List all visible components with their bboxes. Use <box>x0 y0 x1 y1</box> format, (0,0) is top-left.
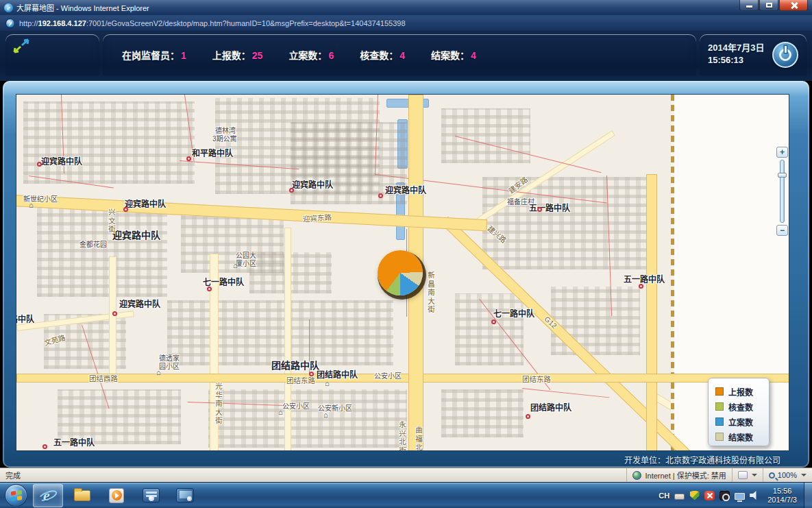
header-stat: 上报数：25 <box>212 48 263 62</box>
window-title: 大屏幕地图 - Windows Internet Explorer <box>16 2 149 13</box>
taskbar-item-media-player[interactable] <box>101 484 132 507</box>
zoom-level-text: 100% <box>778 471 797 479</box>
house-icon: ⌂ <box>323 411 328 418</box>
language-indicator[interactable]: CH <box>659 492 669 500</box>
legend-label: 上报数 <box>728 386 753 398</box>
legend-item: 立案数 <box>715 414 769 429</box>
network-display-icon[interactable] <box>735 493 745 500</box>
speaker-icon[interactable] <box>750 491 760 500</box>
taskbar-item-file-explorer[interactable] <box>67 484 97 507</box>
map-label: 迎宾路中队 <box>385 184 426 195</box>
close-button[interactable] <box>779 0 808 11</box>
utility-tray-icon[interactable] <box>719 491 730 500</box>
map-label: 五一路中队 <box>624 273 665 285</box>
legend-item: 上报数 <box>715 384 769 399</box>
clock-date: 2014/7/3 <box>767 496 797 505</box>
taskbar-item-system-app[interactable] <box>170 484 200 507</box>
minimize-icon <box>746 5 752 8</box>
map-label: 迎宾东路 <box>303 212 332 224</box>
building-blocks <box>441 389 524 437</box>
map-road <box>16 374 789 383</box>
poi-marker[interactable] <box>186 156 191 161</box>
map-label: 团结东路 <box>522 374 551 384</box>
status-text: 完成 <box>5 470 626 481</box>
chevron-down-icon <box>752 474 757 476</box>
taskbar-clock[interactable]: 15:56 2014/7/3 <box>767 487 797 505</box>
poi-marker[interactable] <box>491 319 496 324</box>
protected-mode-dropdown[interactable] <box>732 468 763 482</box>
poi-marker[interactable] <box>289 188 294 193</box>
map-label: 五一路中队 <box>16 313 34 324</box>
poi-marker[interactable] <box>639 284 643 289</box>
maximize-button[interactable] <box>759 0 778 11</box>
internet-zone-icon <box>632 471 641 480</box>
map-viewport[interactable]: + − 上报数核查数立案数结案数 迎宾路中队和平路中队德林湾3期公寓新世纪小区迎… <box>16 94 789 451</box>
zoom-out-button[interactable]: − <box>776 225 788 236</box>
security-shield-icon[interactable] <box>689 491 700 500</box>
map-label: 新昌南大街 <box>426 271 436 315</box>
map-label: 五一路中队 <box>53 436 95 448</box>
poi-marker[interactable] <box>526 414 530 419</box>
zoom-slider-track[interactable] <box>780 160 785 223</box>
minimize-button[interactable] <box>739 0 759 11</box>
poi-marker[interactable] <box>378 193 383 198</box>
map-label: 五一路中队 <box>529 202 570 213</box>
header-stat: 在岗监督员：1 <box>122 48 186 62</box>
house-icon: ⌂ <box>156 369 161 376</box>
map-label: 园小区 <box>159 361 180 371</box>
map-label: 迎宾路中队 <box>41 155 82 167</box>
power-button[interactable] <box>772 42 798 68</box>
url-rest: :7001/eGovaScreenV2/desktop/map.htm?huma… <box>86 19 406 27</box>
poi-marker[interactable] <box>123 207 128 212</box>
map-label: 厦小区 <box>236 258 256 268</box>
poi-marker[interactable] <box>42 444 47 449</box>
poi-marker[interactable] <box>537 207 542 212</box>
case-stats-pie-chart[interactable] <box>378 250 423 295</box>
poi-marker[interactable] <box>112 311 117 316</box>
legend-swatch <box>715 433 724 441</box>
legend-label: 立案数 <box>728 416 753 428</box>
taskbar-item-control-app[interactable] <box>136 484 166 507</box>
map-label: 迎宾路中队 <box>112 228 160 241</box>
status-bar: 完成 Internet | 保护模式: 禁用 100% <box>0 468 812 482</box>
poi-marker[interactable] <box>37 162 42 167</box>
show-desktop-button[interactable] <box>804 483 812 508</box>
media-player-icon <box>109 488 124 503</box>
url-field[interactable]: http://192.168.4.127:7001/eGovaScreenV2/… <box>19 19 406 27</box>
map-label: 迎宾路中队 <box>125 197 166 209</box>
chevron-down-icon <box>801 474 807 476</box>
window-titlebar: e 大屏幕地图 - Windows Internet Explorer <box>0 0 812 15</box>
building-blocks <box>208 389 407 448</box>
map-label: 金都花园 <box>79 239 107 249</box>
map-label: 公安小区 <box>374 370 402 380</box>
url-prefix: http:// <box>19 19 38 27</box>
zoom-level-dropdown[interactable]: 100% <box>763 468 812 482</box>
start-button[interactable] <box>5 484 27 507</box>
zoom-slider-handle[interactable] <box>778 173 787 178</box>
header-stat: 结案数：4 <box>431 48 476 62</box>
map-road <box>109 256 116 376</box>
legend-label: 核查数 <box>728 401 753 413</box>
windows-logo-icon <box>11 490 22 501</box>
page-icon <box>738 471 748 479</box>
address-bar: http://192.168.4.127:7001/eGovaScreenV2/… <box>0 15 812 31</box>
header-date: 2014年7月3日 <box>708 42 764 54</box>
house-icon: ⌂ <box>233 262 238 269</box>
zoom-in-button[interactable]: + <box>776 147 788 158</box>
folder-icon <box>74 490 90 501</box>
developer-credit: 开发单位：北京数字政通科技股份有限公司 <box>624 454 780 465</box>
poi-marker[interactable] <box>309 372 314 376</box>
map-frame-panel: + − 上报数核查数立案数结案数 迎宾路中队和平路中队德林湾3期公寓新世纪小区迎… <box>3 81 809 468</box>
poi-marker[interactable] <box>207 287 212 291</box>
legend-label: 结案数 <box>728 431 753 443</box>
stats-row: 在岗监督员：1上报数：25立案数：6核查数：4结案数：4 <box>103 34 696 75</box>
house-icon: ⌂ <box>325 380 330 387</box>
alert-x-icon[interactable] <box>704 491 715 500</box>
map-label: 团结西路 <box>89 373 118 383</box>
security-zone: Internet | 保护模式: 禁用 <box>626 468 731 482</box>
keyboard-icon[interactable] <box>674 494 685 500</box>
building-blocks <box>167 300 393 365</box>
expand-arrows-icon[interactable] <box>12 38 30 53</box>
ie-window-icon: e <box>4 3 13 12</box>
taskbar-item-internet-explorer[interactable]: e <box>33 484 63 507</box>
